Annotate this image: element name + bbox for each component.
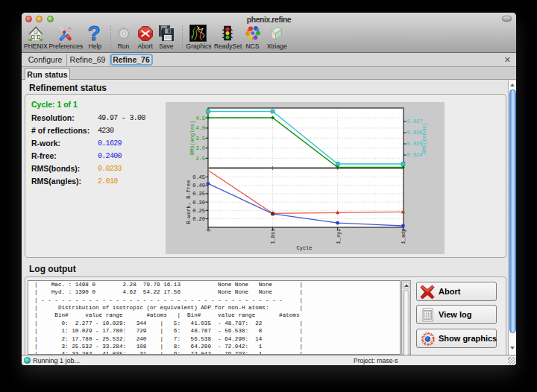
svg-text:1_adp: 1_adp xyxy=(401,229,406,244)
svg-text:RMS(bonds): RMS(bonds) xyxy=(421,122,427,154)
svg-text:1_xyz: 1_xyz xyxy=(336,229,342,244)
svg-text:0.35: 0.35 xyxy=(192,191,205,197)
svg-text:0: 0 xyxy=(206,229,212,232)
svg-text:0.026: 0.026 xyxy=(407,130,423,136)
svg-text:0.25: 0.25 xyxy=(192,208,205,214)
svg-text:3.5: 3.5 xyxy=(195,136,205,142)
svg-text:?: ? xyxy=(87,23,100,42)
svg-text:0.027: 0.027 xyxy=(407,118,423,124)
svg-text:Cycle: Cycle xyxy=(296,245,312,251)
svg-text:4.0: 4.0 xyxy=(195,125,205,131)
svg-text:0.45: 0.45 xyxy=(192,174,205,180)
svg-text:2.5: 2.5 xyxy=(195,156,205,162)
svg-text:0.025: 0.025 xyxy=(407,141,423,147)
svg-text:R-work, R-free: R-work, R-free xyxy=(186,180,192,224)
svg-text:1_bss: 1_bss xyxy=(270,229,276,244)
svg-text:0.024: 0.024 xyxy=(407,152,423,158)
svg-text:0.30: 0.30 xyxy=(192,200,205,206)
svg-text:0.40: 0.40 xyxy=(192,183,205,189)
svg-text:4.5: 4.5 xyxy=(195,116,205,121)
svg-text:0.20: 0.20 xyxy=(192,216,205,222)
svg-text:RMS(angles): RMS(angles) xyxy=(189,121,195,155)
svg-text:3.0: 3.0 xyxy=(195,145,205,151)
